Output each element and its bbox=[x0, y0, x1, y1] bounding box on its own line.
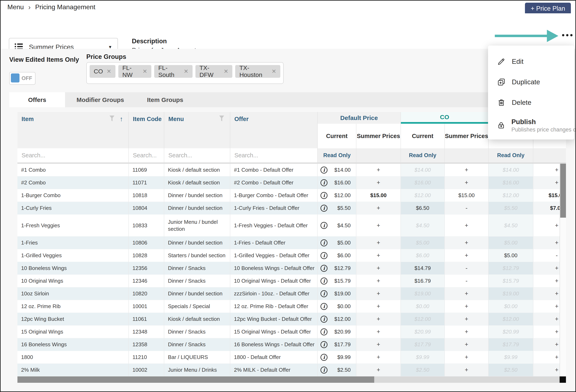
view-edited-toggle[interactable]: OFF bbox=[9, 72, 35, 85]
search-menu-input[interactable] bbox=[164, 152, 225, 159]
info-icon[interactable]: i bbox=[320, 329, 327, 335]
price-group-co[interactable]: CO bbox=[401, 112, 489, 124]
add-price-plan-button[interactable]: + Price Plan bbox=[525, 3, 571, 15]
info-icon[interactable]: i bbox=[320, 167, 327, 174]
overflow-menu-popup: EditDuplicateDeletePublishPublishes pric… bbox=[488, 46, 574, 140]
item-cell: 1-Curly Fries bbox=[17, 202, 129, 214]
summer-price-cell[interactable]: + bbox=[445, 338, 489, 351]
summer-price-cell[interactable]: + bbox=[356, 237, 401, 249]
search-item-input[interactable] bbox=[17, 152, 116, 159]
info-icon[interactable]: i bbox=[320, 239, 327, 246]
current-price-cell: i$14.00 bbox=[318, 164, 356, 176]
summer-price-cell[interactable]: - bbox=[445, 262, 489, 275]
table-row: 12pc Wing Bucket11061Kiosk / default sec… bbox=[17, 313, 566, 326]
price-groups-input[interactable]: CO✕FL-NW✕FL-South✕TX-DFW✕TX-Houston✕ bbox=[86, 62, 284, 84]
info-icon[interactable]: i bbox=[320, 265, 327, 272]
price-group-chip: FL-South✕ bbox=[154, 65, 193, 78]
info-icon[interactable]: i bbox=[320, 205, 327, 212]
summer-price-cell[interactable]: + bbox=[356, 351, 401, 364]
summer-price-cell[interactable]: + bbox=[445, 164, 489, 176]
info-icon[interactable]: i bbox=[320, 341, 327, 348]
current-price-cell: $0.00 bbox=[489, 300, 533, 313]
chip-remove-icon[interactable]: ✕ bbox=[107, 68, 111, 75]
info-icon[interactable]: i bbox=[320, 366, 327, 374]
summer-price-cell[interactable]: + bbox=[356, 214, 401, 237]
price-groups-label: Price Groups bbox=[86, 53, 126, 60]
summer-price-cell[interactable]: + bbox=[445, 351, 489, 364]
current-price-cell: i$6.00 bbox=[318, 249, 356, 262]
info-icon[interactable]: i bbox=[320, 316, 327, 323]
price-group-chip-label: TX-Houston bbox=[239, 64, 268, 78]
overflow-menu-icon[interactable] bbox=[562, 34, 573, 36]
summer-price-cell[interactable]: - bbox=[445, 202, 489, 214]
menu-item-delete[interactable]: Delete bbox=[488, 92, 574, 113]
summer-price-cell[interactable]: + bbox=[445, 249, 489, 262]
summer-price-cell[interactable]: $15.00 bbox=[445, 189, 489, 202]
tab-modifier-groups[interactable]: Modifier Groups bbox=[65, 92, 136, 107]
chip-remove-icon[interactable]: ✕ bbox=[271, 68, 276, 75]
current-price-cell: $6.50 bbox=[401, 202, 445, 214]
item-cell: 15 Original Wings bbox=[17, 326, 129, 338]
summer-price-cell[interactable]: + bbox=[356, 262, 401, 275]
summer-price-cell[interactable]: + bbox=[356, 176, 401, 189]
summer-price-cell[interactable]: + bbox=[445, 364, 489, 376]
summer-price-cell[interactable]: + bbox=[356, 300, 401, 313]
info-icon[interactable]: i bbox=[320, 179, 327, 186]
chip-remove-icon[interactable]: ✕ bbox=[184, 68, 188, 75]
horizontal-scrollbar-thumb[interactable] bbox=[17, 376, 374, 383]
summer-price-cell[interactable]: + bbox=[445, 287, 489, 300]
info-icon[interactable]: i bbox=[320, 290, 327, 297]
summer-price-cell[interactable]: + bbox=[356, 202, 401, 214]
info-icon[interactable]: i bbox=[320, 354, 327, 361]
summer-price-cell[interactable]: + bbox=[356, 249, 401, 262]
vertical-scrollbar[interactable] bbox=[560, 164, 566, 376]
filter-icon[interactable] bbox=[219, 115, 225, 123]
sort-asc-icon[interactable]: ↑ bbox=[120, 115, 123, 123]
info-icon[interactable]: i bbox=[320, 252, 327, 259]
info-icon[interactable]: i bbox=[320, 192, 327, 199]
menu-item-duplicate[interactable]: Duplicate bbox=[488, 72, 574, 92]
current-price-cell: i$16.00 bbox=[318, 176, 356, 189]
summer-price-cell[interactable]: + bbox=[356, 364, 401, 376]
info-icon[interactable]: i bbox=[320, 277, 327, 284]
summer-price-cell[interactable]: - bbox=[445, 275, 489, 287]
menu-item-edit[interactable]: Edit bbox=[488, 51, 574, 72]
summer-price-cell[interactable]: + bbox=[356, 275, 401, 287]
tab-offers[interactable]: Offers bbox=[9, 92, 65, 107]
table-row: 1-Curly Fries10804Dinner / bundel sectio… bbox=[17, 202, 566, 214]
summer-price-cell[interactable]: + bbox=[356, 164, 401, 176]
item-cell: 1-Fresh Veggies bbox=[17, 214, 129, 237]
search-offer-input[interactable] bbox=[230, 152, 309, 159]
search-item-code-input[interactable] bbox=[129, 152, 163, 159]
chip-remove-icon[interactable]: ✕ bbox=[143, 68, 147, 75]
summer-price-cell[interactable]: + bbox=[445, 326, 489, 338]
filter-icon[interactable] bbox=[109, 115, 115, 123]
breadcrumb-menu-link[interactable]: Menu bbox=[7, 3, 24, 11]
info-icon[interactable]: i bbox=[320, 222, 327, 229]
summer-price-cell[interactable]: + bbox=[356, 326, 401, 338]
horizontal-scrollbar[interactable] bbox=[17, 376, 566, 383]
summer-price-cell[interactable]: + bbox=[445, 237, 489, 249]
summer-price-cell[interactable]: + bbox=[356, 338, 401, 351]
breadcrumb: Menu › Pricing Management bbox=[7, 3, 95, 11]
summer-price-cell[interactable]: + bbox=[445, 313, 489, 326]
price-group-chip-label: FL-NW bbox=[122, 64, 139, 78]
menu-item-publish[interactable]: PublishPublishes price changes only bbox=[488, 113, 574, 138]
offers-table: Item ↑ Item Code Menu Offer Default bbox=[17, 112, 566, 376]
summer-price-cell[interactable]: + bbox=[445, 176, 489, 189]
summer-price-cell[interactable]: $15.00 bbox=[356, 189, 401, 202]
current-price-cell: i$5.00 bbox=[318, 237, 356, 249]
column-header-offer-label: Offer bbox=[234, 116, 249, 122]
vertical-scrollbar-thumb[interactable] bbox=[560, 164, 566, 218]
summer-price-cell[interactable]: + bbox=[445, 214, 489, 237]
summer-price-cell[interactable]: + bbox=[445, 300, 489, 313]
summer-price-cell[interactable]: + bbox=[356, 313, 401, 326]
chip-remove-icon[interactable]: ✕ bbox=[224, 68, 229, 75]
current-price-cell: $16.00 bbox=[489, 176, 533, 189]
summer-price-cell[interactable]: + bbox=[356, 287, 401, 300]
current-price-cell: $17.79 bbox=[401, 338, 445, 351]
view-edited-items-label: View Edited Items Only bbox=[9, 56, 79, 63]
table-row: 16 Boneless Wings12358Dinner / Snacks16 … bbox=[17, 338, 566, 351]
tab-item-groups[interactable]: Item Groups bbox=[136, 92, 195, 107]
info-icon[interactable]: i bbox=[320, 303, 327, 310]
